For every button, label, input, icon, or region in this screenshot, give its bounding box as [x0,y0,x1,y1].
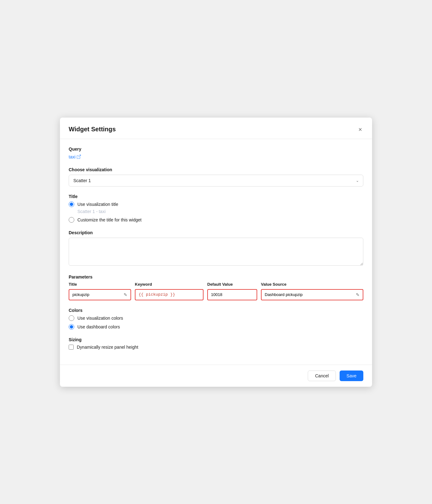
use-viz-colors-label: Use visualization colors [77,316,123,321]
resize-panel-label: Dynamically resize panel height [77,345,138,350]
customize-title-label: Customize the title for this widget [77,217,141,222]
param-default-value: 10018 [211,292,222,297]
sizing-section: Sizing Dynamically resize panel height [69,337,363,350]
colors-section: Colors Use visualization colors Use dash… [69,308,363,330]
colors-radio-group: Use visualization colors Use dashboard c… [69,315,363,330]
save-button[interactable]: Save [340,371,363,381]
title-radio-group: Use visualization title Scatter 1 - taxi… [69,201,363,223]
query-label: Query [69,147,363,152]
visualization-label: Choose visualization [69,167,363,172]
external-link-icon [77,155,81,159]
table-row: pickupzip ✎ {{ pickupzip }} 10018 Dashbo… [69,289,363,300]
use-viz-colors-option[interactable]: Use visualization colors [69,315,363,321]
param-source-cell[interactable]: Dashboard pickupzip ✎ [261,289,363,300]
param-keyword-value: {{ pickupzip }} [139,292,175,297]
use-viz-colors-radio[interactable] [69,315,74,321]
resize-panel-option[interactable]: Dynamically resize panel height [69,345,363,350]
query-link[interactable]: taxi [69,154,81,159]
viz-title-placeholder: Scatter 1 - taxi [77,209,363,214]
parameters-label: Parameters [69,274,363,279]
modal-body: Query taxi Choose visualization Scatter … [60,139,372,365]
param-keyword-cell[interactable]: {{ pickupzip }} [135,289,204,300]
use-viz-title-option[interactable]: Use visualization title [69,201,363,207]
description-textarea[interactable] [69,238,363,266]
customize-title-option[interactable]: Customize the title for this widget [69,217,363,223]
visualization-select-wrapper: Scatter 1 Bar 1 Line 1 Table 1 ⌄ [69,175,363,187]
modal-header: Widget Settings × [60,118,372,139]
title-label: Title [69,194,363,199]
query-section: Query taxi [69,147,363,160]
use-dashboard-colors-label: Use dashboard colors [77,324,120,329]
use-viz-title-radio[interactable] [69,201,74,207]
modal-title: Widget Settings [69,126,116,133]
customize-title-radio[interactable] [69,217,74,223]
parameters-section: Parameters Title Keyword Default Value V… [69,274,363,300]
param-header-title: Title [69,282,131,287]
param-default-cell[interactable]: 10018 [207,289,257,300]
close-button[interactable]: × [357,125,363,134]
colors-label: Colors [69,308,363,313]
visualization-section: Choose visualization Scatter 1 Bar 1 Lin… [69,167,363,187]
widget-settings-modal: Widget Settings × Query taxi Choose visu… [60,118,372,387]
description-label: Description [69,230,363,235]
use-viz-title-label: Use visualization title [77,202,118,207]
modal-footer: Cancel Save [60,365,372,387]
parameters-table: Title Keyword Default Value Value Source… [69,282,363,300]
sizing-label: Sizing [69,337,363,342]
cancel-button[interactable]: Cancel [308,371,336,381]
param-source-value: Dashboard pickupzip [265,292,302,297]
description-section: Description [69,230,363,267]
param-title-value: pickupzip [72,292,89,297]
edit-source-icon[interactable]: ✎ [356,292,360,297]
param-title-cell[interactable]: pickupzip ✎ [69,289,131,300]
use-dashboard-colors-radio[interactable] [69,324,74,330]
parameters-header: Title Keyword Default Value Value Source [69,282,363,287]
param-header-keyword: Keyword [135,282,204,287]
title-section: Title Use visualization title Scatter 1 … [69,194,363,223]
query-link-text: taxi [69,154,76,159]
resize-panel-checkbox[interactable] [69,345,74,350]
param-header-source: Value Source [261,282,363,287]
edit-title-icon[interactable]: ✎ [124,292,127,297]
visualization-select[interactable]: Scatter 1 Bar 1 Line 1 Table 1 [69,175,363,187]
use-dashboard-colors-option[interactable]: Use dashboard colors [69,324,363,330]
param-header-default: Default Value [207,282,257,287]
